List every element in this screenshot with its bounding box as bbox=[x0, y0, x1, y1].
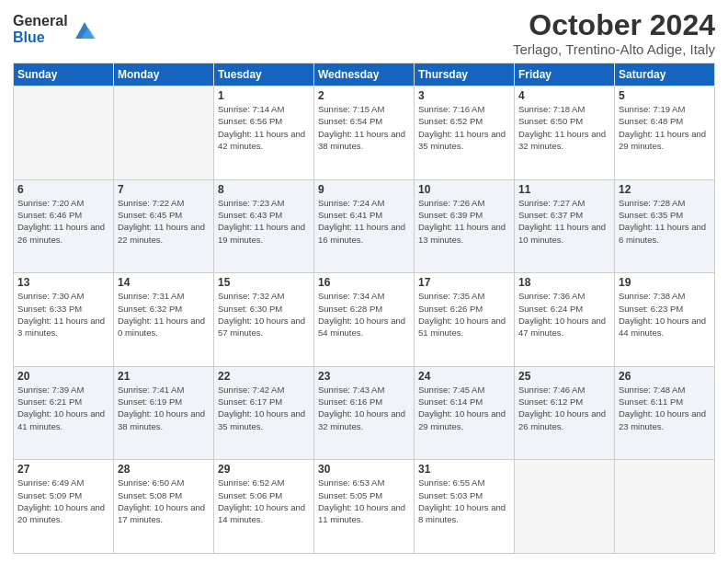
table-row: 24Sunrise: 7:45 AM Sunset: 6:14 PM Dayli… bbox=[415, 366, 515, 460]
table-row: 20Sunrise: 7:39 AM Sunset: 6:21 PM Dayli… bbox=[14, 366, 114, 460]
day-number: 9 bbox=[318, 183, 410, 196]
table-row: 29Sunrise: 6:52 AM Sunset: 5:06 PM Dayli… bbox=[214, 460, 314, 554]
main-title: October 2024 bbox=[513, 9, 715, 41]
day-info: Sunrise: 7:31 AM Sunset: 6:32 PM Dayligh… bbox=[118, 290, 210, 339]
day-info: Sunrise: 7:48 AM Sunset: 6:11 PM Dayligh… bbox=[619, 384, 711, 432]
day-number: 8 bbox=[218, 183, 310, 196]
col-sunday: Sunday bbox=[14, 63, 114, 86]
table-row: 17Sunrise: 7:35 AM Sunset: 6:26 PM Dayli… bbox=[415, 273, 515, 367]
table-row: 26Sunrise: 7:48 AM Sunset: 6:11 PM Dayli… bbox=[615, 366, 715, 460]
table-row bbox=[14, 86, 114, 180]
table-row: 11Sunrise: 7:27 AM Sunset: 6:37 PM Dayli… bbox=[515, 179, 615, 273]
day-number: 10 bbox=[418, 183, 510, 196]
day-number: 11 bbox=[518, 183, 610, 196]
table-row: 30Sunrise: 6:53 AM Sunset: 5:05 PM Dayli… bbox=[314, 460, 415, 554]
table-row bbox=[615, 460, 715, 554]
day-info: Sunrise: 7:41 AM Sunset: 6:19 PM Dayligh… bbox=[118, 384, 210, 432]
day-info: Sunrise: 7:32 AM Sunset: 6:30 PM Dayligh… bbox=[218, 290, 310, 339]
day-info: Sunrise: 7:20 AM Sunset: 6:46 PM Dayligh… bbox=[17, 197, 109, 246]
table-row: 3Sunrise: 7:16 AM Sunset: 6:52 PM Daylig… bbox=[415, 86, 515, 180]
day-info: Sunrise: 7:38 AM Sunset: 6:23 PM Dayligh… bbox=[619, 290, 711, 339]
table-row: 13Sunrise: 7:30 AM Sunset: 6:33 PM Dayli… bbox=[14, 273, 114, 367]
day-info: Sunrise: 7:16 AM Sunset: 6:52 PM Dayligh… bbox=[418, 103, 510, 152]
table-row: 6Sunrise: 7:20 AM Sunset: 6:46 PM Daylig… bbox=[14, 179, 114, 273]
day-info: Sunrise: 7:18 AM Sunset: 6:50 PM Dayligh… bbox=[518, 103, 610, 152]
day-info: Sunrise: 6:55 AM Sunset: 5:03 PM Dayligh… bbox=[418, 477, 510, 525]
day-number: 3 bbox=[418, 89, 510, 102]
day-number: 30 bbox=[318, 463, 410, 476]
day-info: Sunrise: 7:24 AM Sunset: 6:41 PM Dayligh… bbox=[318, 197, 410, 246]
calendar-week-row: 27Sunrise: 6:49 AM Sunset: 5:09 PM Dayli… bbox=[14, 460, 715, 554]
day-info: Sunrise: 7:22 AM Sunset: 6:45 PM Dayligh… bbox=[118, 197, 210, 246]
table-row: 18Sunrise: 7:36 AM Sunset: 6:24 PM Dayli… bbox=[515, 273, 615, 367]
day-number: 4 bbox=[518, 89, 610, 102]
calendar-week-row: 1Sunrise: 7:14 AM Sunset: 6:56 PM Daylig… bbox=[14, 86, 715, 180]
calendar-week-row: 20Sunrise: 7:39 AM Sunset: 6:21 PM Dayli… bbox=[14, 366, 715, 460]
day-info: Sunrise: 6:53 AM Sunset: 5:05 PM Dayligh… bbox=[318, 477, 410, 525]
day-info: Sunrise: 7:26 AM Sunset: 6:39 PM Dayligh… bbox=[418, 197, 510, 246]
day-number: 24 bbox=[418, 370, 510, 383]
table-row: 23Sunrise: 7:43 AM Sunset: 6:16 PM Dayli… bbox=[314, 366, 415, 460]
day-number: 22 bbox=[218, 370, 310, 383]
day-info: Sunrise: 7:42 AM Sunset: 6:17 PM Dayligh… bbox=[218, 384, 310, 432]
table-row: 21Sunrise: 7:41 AM Sunset: 6:19 PM Dayli… bbox=[114, 366, 214, 460]
table-row: 22Sunrise: 7:42 AM Sunset: 6:17 PM Dayli… bbox=[214, 366, 314, 460]
table-row bbox=[515, 460, 615, 554]
day-info: Sunrise: 6:49 AM Sunset: 5:09 PM Dayligh… bbox=[17, 477, 109, 525]
day-number: 23 bbox=[318, 370, 410, 383]
day-number: 31 bbox=[418, 463, 510, 476]
table-row: 19Sunrise: 7:38 AM Sunset: 6:23 PM Dayli… bbox=[615, 273, 715, 367]
day-number: 7 bbox=[118, 183, 210, 196]
day-number: 27 bbox=[17, 463, 109, 476]
day-info: Sunrise: 7:28 AM Sunset: 6:35 PM Dayligh… bbox=[619, 197, 711, 246]
table-row: 7Sunrise: 7:22 AM Sunset: 6:45 PM Daylig… bbox=[114, 179, 214, 273]
table-row: 2Sunrise: 7:15 AM Sunset: 6:54 PM Daylig… bbox=[314, 86, 415, 180]
table-row: 1Sunrise: 7:14 AM Sunset: 6:56 PM Daylig… bbox=[214, 86, 314, 180]
table-row: 15Sunrise: 7:32 AM Sunset: 6:30 PM Dayli… bbox=[214, 273, 314, 367]
day-info: Sunrise: 7:19 AM Sunset: 6:48 PM Dayligh… bbox=[619, 103, 711, 152]
day-number: 25 bbox=[518, 370, 610, 383]
col-tuesday: Tuesday bbox=[214, 63, 314, 86]
day-number: 16 bbox=[318, 276, 410, 289]
day-number: 20 bbox=[17, 370, 109, 383]
day-info: Sunrise: 6:50 AM Sunset: 5:08 PM Dayligh… bbox=[118, 477, 210, 525]
day-number: 14 bbox=[118, 276, 210, 289]
day-number: 2 bbox=[318, 89, 410, 102]
logo-blue: Blue bbox=[13, 29, 68, 46]
subtitle: Terlago, Trentino-Alto Adige, Italy bbox=[513, 41, 715, 57]
header: General Blue October 2024 Terlago, Trent… bbox=[13, 9, 715, 57]
day-number: 19 bbox=[619, 276, 711, 289]
day-number: 15 bbox=[218, 276, 310, 289]
table-row: 12Sunrise: 7:28 AM Sunset: 6:35 PM Dayli… bbox=[615, 179, 715, 273]
day-info: Sunrise: 7:36 AM Sunset: 6:24 PM Dayligh… bbox=[518, 290, 610, 339]
table-row: 4Sunrise: 7:18 AM Sunset: 6:50 PM Daylig… bbox=[515, 86, 615, 180]
col-friday: Friday bbox=[515, 63, 615, 86]
day-info: Sunrise: 7:46 AM Sunset: 6:12 PM Dayligh… bbox=[518, 384, 610, 432]
header-row: Sunday Monday Tuesday Wednesday Thursday… bbox=[14, 63, 715, 86]
day-info: Sunrise: 7:30 AM Sunset: 6:33 PM Dayligh… bbox=[17, 290, 109, 339]
day-info: Sunrise: 6:52 AM Sunset: 5:06 PM Dayligh… bbox=[218, 477, 310, 525]
col-monday: Monday bbox=[114, 63, 214, 86]
table-row: 5Sunrise: 7:19 AM Sunset: 6:48 PM Daylig… bbox=[615, 86, 715, 180]
logo-text: General Blue bbox=[13, 13, 68, 45]
day-number: 12 bbox=[619, 183, 711, 196]
table-row: 8Sunrise: 7:23 AM Sunset: 6:43 PM Daylig… bbox=[214, 179, 314, 273]
table-row: 9Sunrise: 7:24 AM Sunset: 6:41 PM Daylig… bbox=[314, 179, 415, 273]
col-saturday: Saturday bbox=[615, 63, 715, 86]
day-number: 1 bbox=[218, 89, 310, 102]
col-wednesday: Wednesday bbox=[314, 63, 415, 86]
calendar-table: Sunday Monday Tuesday Wednesday Thursday… bbox=[13, 63, 715, 554]
day-number: 29 bbox=[218, 463, 310, 476]
day-info: Sunrise: 7:43 AM Sunset: 6:16 PM Dayligh… bbox=[318, 384, 410, 432]
calendar-week-row: 13Sunrise: 7:30 AM Sunset: 6:33 PM Dayli… bbox=[14, 273, 715, 367]
title-section: October 2024 Terlago, Trentino-Alto Adig… bbox=[513, 9, 715, 57]
calendar-week-row: 6Sunrise: 7:20 AM Sunset: 6:46 PM Daylig… bbox=[14, 179, 715, 273]
table-row bbox=[114, 86, 214, 180]
table-row: 14Sunrise: 7:31 AM Sunset: 6:32 PM Dayli… bbox=[114, 273, 214, 367]
day-number: 13 bbox=[17, 276, 109, 289]
day-number: 28 bbox=[118, 463, 210, 476]
day-number: 21 bbox=[118, 370, 210, 383]
logo: General Blue bbox=[13, 13, 97, 45]
day-info: Sunrise: 7:14 AM Sunset: 6:56 PM Dayligh… bbox=[218, 103, 310, 152]
table-row: 25Sunrise: 7:46 AM Sunset: 6:12 PM Dayli… bbox=[515, 366, 615, 460]
